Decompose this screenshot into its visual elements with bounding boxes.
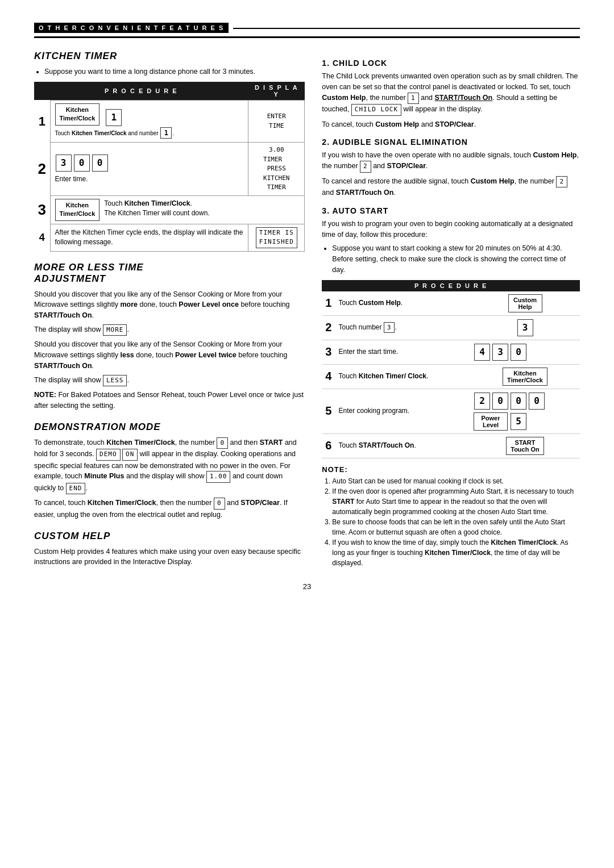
main-content: Kitchen Timer Suppose you want to time a… [34,51,580,571]
kitchen-timer-button-4: KitchenTimer/Clock [503,368,547,386]
step-desc: KitchenTimer/Clock 1 Touch Kitchen Timer… [50,100,248,143]
digit-0e: 0 [511,393,526,410]
num3: 3 [384,322,395,333]
power-level-button: PowerLevel [474,412,508,431]
demo-display2: ON [122,449,138,461]
note-list: Auto Start can be used for manual cookin… [322,476,580,568]
custom-help-button: CustomHelp [508,294,542,312]
demo-num0: 0 [217,437,228,449]
demo-num0b: 0 [214,498,225,510]
table-row: 1 KitchenTimer/Clock 1 Touch Kitchen Tim… [34,100,305,143]
digit-5: 5 [511,413,526,430]
demo-mode-title: Demonstration Mode [34,422,305,433]
table-row: 4 After the Kitchen Timer cycle ends, th… [34,224,305,251]
demo-para2: To cancel, touch Kitchen Timer/Clock, th… [34,498,305,520]
page-number: 23 [34,582,580,591]
list-item: Auto Start can be used for manual cookin… [332,476,580,486]
table-row: 2 Touch number 3. 3 [322,315,580,340]
more-note: NOTE: For Baked Potatoes and Sensor Rehe… [34,390,305,411]
digit-3b: 3 [492,344,508,361]
audible-num2b: 2 [556,176,567,188]
step-number: 3 [34,195,50,224]
step-action: CustomHelp [470,291,580,316]
note-title: NOTE: [322,465,580,474]
note-section: NOTE: Auto Start can be used for manual … [322,465,580,568]
step-desc: 3 0 0 Enter time. [50,143,248,196]
right-column: 1. Child Lock The Child Lock prevents un… [322,51,580,571]
start-touch-on-button: STARTTouch On [506,437,544,455]
step-desc: KitchenTimer/Clock Touch Kitchen Timer/C… [50,195,305,224]
digit-0b: 0 [92,155,108,172]
step-desc: Touch Kitchen Timer/ Clock. [335,364,470,389]
proc-header-right: D I S P L A Y [248,82,305,101]
digit-0f: 0 [529,393,545,410]
step-desc: Touch number 3. [335,315,470,340]
page-header: O T H E R C O N V E N I E N T F E A T U … [34,23,580,38]
table-row: 5 Enter cooking program. 2 0 0 0 PowerLe… [322,389,580,433]
digit-0d: 0 [492,393,508,410]
auto-start-title: 3. Auto Start [322,206,580,215]
audible-title: 2. Audible Signal Elimination [322,137,580,147]
step-display: ENTER TIME [248,100,305,143]
more-para2: Should you discover that you like any of… [34,339,305,371]
step-desc: After the Kitchen Timer cycle ends, the … [50,224,248,251]
step-number: 1 [322,291,335,316]
digit-1: 1 [106,109,122,126]
auto-proc-header: P R O C E D U R E [322,280,580,291]
list-item: If the oven door is opened after program… [332,486,580,517]
digit-3: 3 [56,155,72,172]
step-number: 2 [34,143,50,196]
less-display: LESS [103,375,127,387]
demo-para1: To demonstrate, touch Kitchen Timer/Cloc… [34,437,305,495]
left-column: Kitchen Timer Suppose you want to time a… [34,51,305,571]
timer-finished-display: TIMER ISFINISHED [256,227,297,248]
kitchen-timer-bullet: Suppose you want to time a long distance… [44,66,305,77]
table-row: 3 Enter the start time. 4 3 0 [322,340,580,364]
auto-start-bullets: Suppose you want to start cooking a stew… [322,243,580,275]
table-row: 6 Touch START/Touch On. STARTTouch On [322,433,580,458]
more-or-less-title: More Or Less TimeAdjustment [34,262,305,285]
table-row: 3 KitchenTimer/Clock Touch Kitchen Timer… [34,195,305,224]
audible-para1: If you wish to have the oven operate wit… [322,150,580,172]
step-action: 4 3 0 [470,340,580,364]
inline-digit: 1 [160,127,172,139]
more-para1: Should you discover that you like any of… [34,289,305,321]
auto-start-para1: If you wish to program your oven to begi… [322,219,580,240]
step-action: KitchenTimer/Clock [470,364,580,389]
step-number: 4 [34,224,50,251]
step-desc: Touch Custom Help. [335,291,470,316]
demo-display1: DEMO [96,449,121,461]
child-lock-title: 1. Child Lock [322,59,580,68]
digit-0a: 0 [74,155,90,172]
digit-4: 4 [474,344,490,361]
step-number: 1 [34,100,50,143]
custom-help-para: Custom Help provides 4 features which ma… [34,546,305,568]
proc-header-left: P R O C E D U R E [34,82,248,101]
kitchen-timer-button-3: KitchenTimer/Clock [55,199,100,221]
step-number: 5 [322,389,335,433]
audible-para2: To cancel and restore the audible signal… [322,176,580,198]
kitchen-timer-table: P R O C E D U R E D I S P L A Y 1 Kitche… [34,82,305,252]
child-num: 1 [408,93,419,105]
list-item: If you wish to know the time of day, sim… [332,537,580,568]
list-item: Be sure to choose foods that can be left… [332,517,580,537]
header-divider [233,28,580,29]
kitchen-timer-title: Kitchen Timer [34,51,305,62]
step-number: 3 [322,340,335,364]
step-action: 3 [470,315,580,340]
digit-0c: 0 [511,344,526,361]
demo-100: 1.00 [206,471,231,483]
more-display-text: The display will show MORE. [34,324,305,336]
step-desc: Enter cooking program. [335,389,470,433]
step-number: 4 [322,364,335,389]
step-display: 3.00 TIMER PRESS KITCHEN TIMER [248,143,305,196]
auto-start-proc-table: P R O C E D U R E 1 Touch Custom Help. C… [322,280,580,458]
table-row: 2 3 0 0 Enter time. 3.00 TIMER PRESS [34,143,305,196]
step-action: 2 0 0 0 PowerLevel 5 [470,389,580,433]
demo-end: END [66,483,86,495]
step-display: TIMER ISFINISHED [248,224,305,251]
step-desc: Touch START/Touch On. [335,433,470,458]
more-display: MORE [103,324,127,336]
child-lock-display: CHILD LOCK [351,104,401,116]
kitchen-timer-button: KitchenTimer/Clock [55,103,100,126]
